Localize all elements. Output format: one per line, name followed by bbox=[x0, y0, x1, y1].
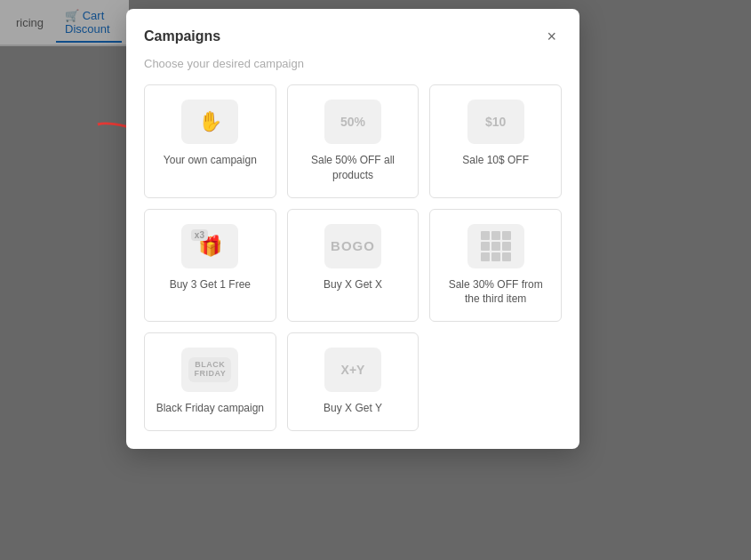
campaign-card-sale10[interactable]: $10 Sale 10$ OFF bbox=[429, 84, 562, 198]
bogo-icon: BOGO bbox=[324, 224, 381, 268]
modal-header: Campaigns × bbox=[144, 27, 562, 46]
blackfriday-label: Black Friday campaign bbox=[156, 401, 264, 416]
sale10-label: Sale 10$ OFF bbox=[462, 153, 529, 168]
sale10-icon: $10 bbox=[467, 100, 524, 144]
modal-close-button[interactable]: × bbox=[541, 27, 562, 46]
campaigns-modal: Campaigns × Choose your desired campaign… bbox=[126, 9, 579, 449]
x3-badge: x3 bbox=[191, 229, 208, 241]
campaign-grid: Your own campaign 50% Sale 50% OFF all p… bbox=[144, 84, 562, 431]
sale50-icon: 50% bbox=[324, 100, 381, 144]
modal-subtitle: Choose your desired campaign bbox=[144, 57, 562, 70]
sale30-icon bbox=[467, 224, 524, 268]
buy3-label: Buy 3 Get 1 Free bbox=[170, 277, 251, 292]
hand-icon bbox=[198, 110, 222, 133]
dollar-icon: $10 bbox=[485, 115, 506, 129]
bogo-text: BOGO bbox=[331, 238, 375, 253]
campaign-card-own[interactable]: Your own campaign bbox=[144, 84, 276, 198]
campaign-card-sale50[interactable]: 50% Sale 50% OFF all products bbox=[287, 84, 419, 198]
sale50-label: Sale 50% OFF all products bbox=[299, 153, 408, 183]
campaign-card-bogo[interactable]: BOGO Buy X Get X bbox=[287, 209, 419, 323]
black-friday-badge: BLACK FRIDAY bbox=[188, 357, 231, 382]
percent-icon: 50% bbox=[340, 115, 365, 129]
modal-title: Campaigns bbox=[144, 28, 220, 44]
campaign-card-sale30[interactable]: Sale 30% OFF from the third item bbox=[429, 209, 562, 323]
xy-text: X+Y bbox=[341, 363, 365, 377]
campaign-card-buyxgety[interactable]: X+Y Buy X Get Y bbox=[287, 332, 419, 431]
sale30-label: Sale 30% OFF from the third item bbox=[441, 277, 550, 308]
bogo-label: Buy X Get X bbox=[324, 277, 382, 292]
buy3-icon: x3 🎁 bbox=[181, 224, 238, 268]
buyxgety-icon: X+Y bbox=[324, 348, 381, 392]
buyxgety-label: Buy X Get Y bbox=[324, 401, 382, 416]
grid-icon bbox=[481, 231, 511, 261]
blackfriday-icon: BLACK FRIDAY bbox=[181, 348, 238, 392]
own-campaign-label: Your own campaign bbox=[164, 153, 257, 168]
bf-line2: FRIDAY bbox=[194, 370, 226, 379]
own-campaign-icon bbox=[181, 100, 238, 144]
campaign-card-buy3[interactable]: x3 🎁 Buy 3 Get 1 Free bbox=[144, 209, 276, 323]
campaign-card-blackfriday[interactable]: BLACK FRIDAY Black Friday campaign bbox=[144, 332, 276, 431]
gift-wrap-icon: x3 🎁 bbox=[198, 235, 222, 258]
